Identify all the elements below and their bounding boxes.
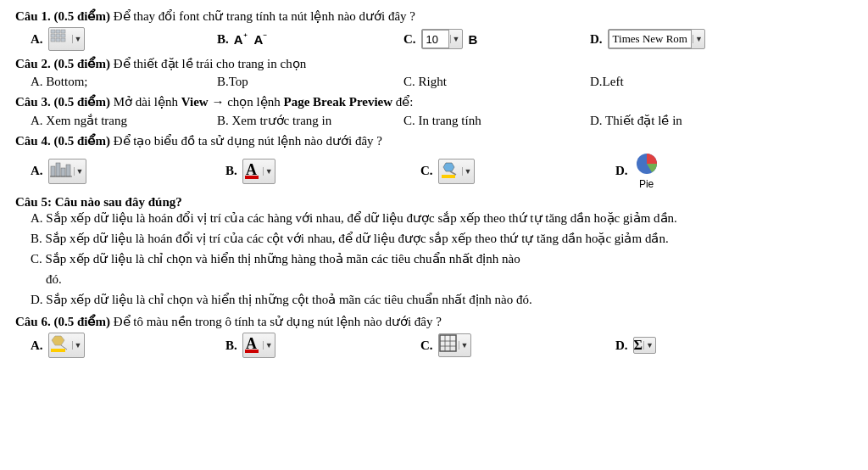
svg-rect-3 <box>51 34 55 37</box>
pie-label: Pie <box>639 178 654 190</box>
q4-title: Câu 4. (0.5 điểm) <box>15 134 110 148</box>
q1-option-c: C. 10 ▼ B <box>403 29 590 49</box>
q1-a-button[interactable]: ▼ <box>48 27 85 51</box>
q6-text: Để tô màu nền trong ô tính ta sử dụng nú… <box>114 315 442 328</box>
q6-b-dropdown-arrow: ▼ <box>263 341 275 350</box>
q2-title: Câu 2. (0.5 điểm) <box>15 57 110 70</box>
q5-answer-a: A. Sắp xếp dữ liệu là hoán đổi vị trí củ… <box>31 210 853 227</box>
q6-option-a: A. ▼ <box>31 333 225 358</box>
q6-title: Câu 6. (0.5 điểm) <box>15 315 110 328</box>
q4-b-dropdown-arrow: ▼ <box>263 167 275 176</box>
q6-a-button[interactable]: ▼ <box>48 333 85 358</box>
bold-b-icon: B <box>469 32 478 47</box>
q1-options: A. ▼ <box>31 27 853 51</box>
question-6: Câu 6. (0.5 điểm) Để tô màu nền trong ô … <box>15 314 853 358</box>
q6-b-label: B. <box>225 339 237 353</box>
svg-rect-20 <box>51 349 65 352</box>
svg-rect-12 <box>66 165 70 176</box>
question-3: Câu 3. (0.5 điểm) Mở dài lệnh View → chọ… <box>15 94 853 128</box>
q4-a-button[interactable]: ▼ <box>48 159 86 184</box>
svg-marker-16 <box>443 163 454 171</box>
q6-d-label: D. <box>615 339 628 353</box>
q1-d-dropdown-arrow: ▼ <box>693 35 704 43</box>
q6-option-d: D. Σ ▼ <box>615 337 785 354</box>
q3-title: Câu 3. (0.5 điểm) <box>15 95 110 109</box>
q2-option-c: C. Right <box>403 75 590 89</box>
q6-option-b: B. A ▼ <box>225 333 420 358</box>
q4-c-button[interactable]: ▼ <box>438 159 475 184</box>
q1-c-button[interactable]: 10 ▼ <box>421 29 463 49</box>
paint-bucket-icon <box>439 159 461 183</box>
q1-d-label: D. <box>590 32 603 47</box>
svg-rect-11 <box>61 168 65 176</box>
svg-rect-2 <box>61 30 65 33</box>
svg-rect-10 <box>56 163 60 176</box>
q1-c-dropdown-arrow: ▼ <box>450 35 462 43</box>
q3-b-text: B. Xem trước trang in <box>217 113 331 128</box>
q2-b-text: B.Top <box>217 75 248 89</box>
svg-rect-8 <box>61 38 65 42</box>
q6-c-button[interactable]: ▼ <box>438 333 471 357</box>
q1-d-button[interactable]: Times New Rom ▼ <box>608 29 705 49</box>
svg-rect-15 <box>245 176 259 179</box>
q6-option-c: C. ▼ <box>420 333 615 357</box>
q6-a-dropdown-arrow: ▼ <box>72 341 84 350</box>
q2-option-b: B.Top <box>217 75 403 89</box>
q6-options: A. ▼ B. A <box>31 333 853 358</box>
q3-option-b: B. Xem trước trang in <box>217 113 403 128</box>
q3-text: Mở dài lệnh View → chọn lệnh Page Break … <box>114 95 414 109</box>
q5-answers: A. Sắp xếp dữ liệu là hoán đổi vị trí củ… <box>31 210 853 309</box>
svg-rect-6 <box>51 38 55 42</box>
font-size-value: 10 <box>422 30 449 48</box>
question-4: Câu 4. (0.5 điểm) Để tạo biểu đồ ta sử d… <box>15 133 853 190</box>
q1-option-d: D. Times New Rom ▼ <box>590 29 776 49</box>
svg-line-18 <box>450 171 456 175</box>
q6-c-label: C. <box>420 339 433 353</box>
svg-rect-7 <box>56 38 60 42</box>
q4-c-dropdown-arrow: ▼ <box>462 167 474 176</box>
q6-b-button[interactable]: A ▼ <box>242 333 275 358</box>
q4-option-d: D. Pie <box>615 152 785 190</box>
svg-rect-4 <box>56 34 60 37</box>
q1-option-a: A. ▼ <box>31 27 217 51</box>
q1-title: Câu 1. (0.5 điểm) <box>15 9 110 23</box>
fill-color-icon <box>49 333 71 357</box>
q3-d-text: D. Thiết đặt lề in <box>590 113 682 128</box>
q2-a-text: A. Bottom; <box>31 75 88 89</box>
font-name-value: Times New Rom <box>609 30 692 48</box>
q4-b-label: B. <box>225 164 237 178</box>
q2-option-d: D.Left <box>590 75 776 89</box>
q1-b-icon: A⁺ A⁻ <box>234 32 267 47</box>
q1-a-dropdown-arrow: ▼ <box>72 35 84 43</box>
q3-options: A. Xem ngắt trang B. Xem trước trang in … <box>31 113 853 128</box>
pie-chart-icon: Pie <box>633 152 660 190</box>
q4-option-c: C. ▼ <box>420 159 615 184</box>
q1-a-label: A. <box>31 32 43 47</box>
svg-rect-1 <box>56 30 60 33</box>
q6-d-button[interactable]: Σ ▼ <box>633 337 656 354</box>
q1-c-label: C. <box>403 32 416 47</box>
q5-answer-b: B. Sắp xếp dữ liệu là hoán đổi vị trí củ… <box>31 230 853 248</box>
q2-c-text: C. Right <box>403 75 447 89</box>
q2-text: Để thiết đặt lề trái cho trang in chọn <box>114 57 306 70</box>
chart-bars-icon <box>49 159 73 183</box>
q3-c-text: C. In trang tính <box>403 114 481 128</box>
svg-rect-23 <box>245 350 259 353</box>
q4-d-label: D. <box>615 164 628 178</box>
svg-rect-17 <box>442 175 455 178</box>
q4-option-b: B. A ▼ <box>225 159 420 184</box>
sigma-icon: Σ <box>634 338 643 353</box>
q3-a-text: A. Xem ngắt trang <box>31 113 127 128</box>
svg-rect-9 <box>51 166 55 176</box>
q2-option-a: A. Bottom; <box>31 75 217 89</box>
borders-icon <box>439 334 458 356</box>
q4-a-label: A. <box>31 164 43 178</box>
q1-option-b: B. A⁺ A⁻ <box>217 32 403 47</box>
question-1: Câu 1. (0.5 điểm) Để thay đổi font chữ t… <box>15 8 853 51</box>
q2-options: A. Bottom; B.Top C. Right D.Left <box>31 75 853 89</box>
q4-b-button[interactable]: A ▼ <box>242 159 275 184</box>
q6-d-dropdown-arrow: ▼ <box>643 341 655 350</box>
q5-title: Câu 5: Câu nào sau đây đúng? <box>15 195 182 209</box>
svg-rect-5 <box>61 34 65 37</box>
q1-b-label: B. <box>217 32 229 47</box>
